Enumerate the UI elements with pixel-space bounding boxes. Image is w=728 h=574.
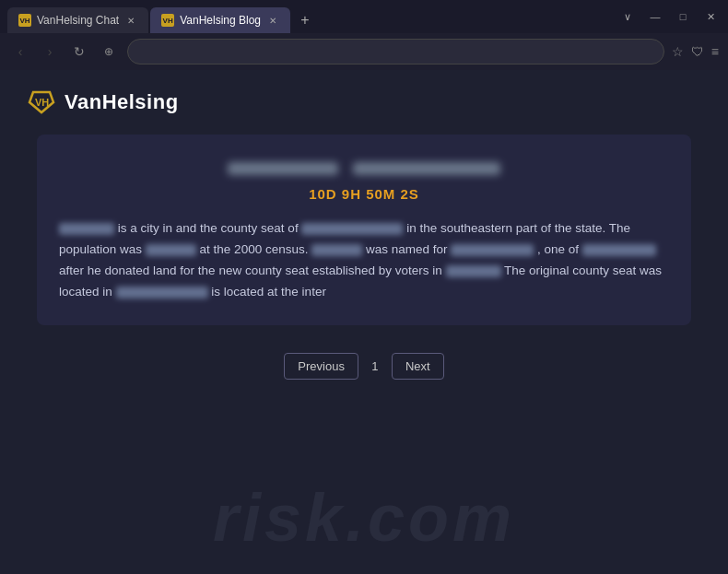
- body-text-1: is a city in and the county seat of: [118, 221, 302, 235]
- maximize-button[interactable]: □: [676, 10, 689, 23]
- page-content: VH VanHelsing 10D 9H 50M 2S is a city in…: [0, 70, 728, 574]
- address-input[interactable]: [127, 39, 664, 64]
- window-controls: ∨ — □ ✕: [610, 0, 728, 33]
- body-text-4: was named for: [366, 242, 451, 256]
- previous-button[interactable]: Previous: [284, 353, 358, 380]
- article-title: [59, 162, 669, 179]
- next-button[interactable]: Next: [392, 353, 444, 380]
- blur-word-3: [146, 244, 196, 256]
- settings-icon[interactable]: ≡: [711, 44, 719, 59]
- minimize-button[interactable]: —: [649, 10, 662, 23]
- close-button[interactable]: ✕: [704, 10, 717, 23]
- refresh-button[interactable]: ↻: [68, 41, 90, 63]
- bookmark-icon[interactable]: ☆: [672, 44, 684, 59]
- new-tab-button[interactable]: +: [292, 7, 318, 33]
- back-button[interactable]: ‹: [9, 41, 31, 63]
- shield-icon[interactable]: 🛡: [691, 44, 704, 59]
- article-body: is a city in and the county seat of in t…: [59, 218, 669, 303]
- body-text-6: after he donated land for the new county…: [59, 264, 446, 277]
- blur-word-7: [446, 265, 501, 277]
- watermark: risk.com: [213, 480, 515, 556]
- blur-word-1: [59, 223, 114, 235]
- body-text-8: is located at the inter: [211, 285, 326, 299]
- blur-word-5: [451, 244, 534, 256]
- body-text-5: , one of: [537, 242, 582, 256]
- countdown-timer: 10D 9H 50M 2S: [59, 186, 669, 202]
- tabs-container: VH VanHelsing Chat ✕ VH VanHelsing Blog …: [0, 0, 610, 33]
- tab1-close-icon[interactable]: ✕: [124, 14, 137, 27]
- pagination: Previous 1 Next: [18, 353, 710, 399]
- tab-bar: VH VanHelsing Chat ✕ VH VanHelsing Blog …: [0, 0, 728, 33]
- blur-word-4: [311, 244, 362, 256]
- title-blur-2: [353, 162, 500, 175]
- title-blur-1: [228, 162, 338, 175]
- svg-text:VH: VH: [35, 97, 49, 108]
- blur-word-6: [582, 244, 656, 256]
- blur-word-8: [116, 287, 208, 299]
- tab2-label: VanHelsing Blog: [180, 14, 261, 27]
- forward-button[interactable]: ›: [39, 41, 61, 63]
- tab-vanhelsing-blog[interactable]: VH VanHelsing Blog ✕: [150, 7, 290, 33]
- tab-dropdown-icon[interactable]: ∨: [621, 10, 634, 23]
- tab-vanhelsing-chat[interactable]: VH VanHelsing Chat ✕: [7, 7, 148, 33]
- blur-word-2: [301, 223, 403, 235]
- address-icons: ☆ 🛡 ≡: [672, 44, 719, 59]
- tab2-favicon: VH: [161, 14, 174, 27]
- logo-area: VH VanHelsing: [18, 88, 710, 116]
- browser-chrome: VH VanHelsing Chat ✕ VH VanHelsing Blog …: [0, 0, 728, 70]
- article-card: 10D 9H 50M 2S is a city in and the count…: [37, 135, 691, 325]
- logo-icon: VH: [28, 88, 55, 116]
- body-text-3: at the 2000 census.: [200, 242, 312, 256]
- extensions-icon[interactable]: ⊕: [98, 41, 120, 63]
- tab1-label: VanHelsing Chat: [37, 14, 119, 27]
- page-number: 1: [362, 353, 388, 381]
- tab1-favicon: VH: [18, 14, 31, 27]
- logo-text: VanHelsing: [65, 90, 179, 114]
- tab2-close-icon[interactable]: ✕: [266, 14, 279, 27]
- address-bar-row: ‹ › ↻ ⊕ ☆ 🛡 ≡: [0, 33, 728, 70]
- new-tab-icon: +: [300, 12, 309, 29]
